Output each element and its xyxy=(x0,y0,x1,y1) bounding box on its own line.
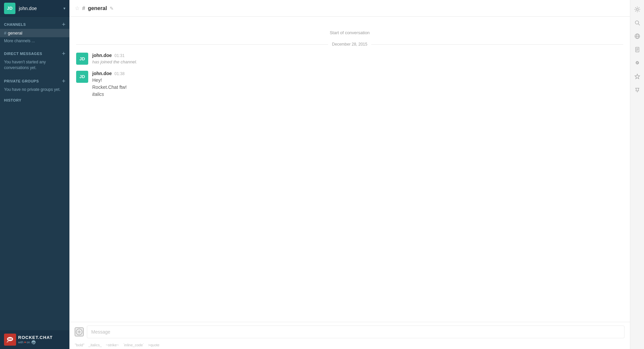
add-channel-button[interactable]: + xyxy=(62,21,65,27)
dm-title: DIRECT MESSAGES xyxy=(4,52,42,56)
format-italics-hint: _italics_ xyxy=(89,343,102,347)
sidebar-item-general[interactable]: # general xyxy=(0,29,69,37)
history-label[interactable]: HISTORY xyxy=(0,95,69,104)
star-icon[interactable] xyxy=(631,70,643,82)
svg-point-4 xyxy=(9,338,11,340)
message-text-rocket: Rocket.Chat ftw! xyxy=(92,84,623,91)
format-quote-hint: >quote xyxy=(148,343,159,347)
favorite-star-icon[interactable]: ☆ xyxy=(75,5,79,11)
user-menu[interactable]: JD john.doe ▾ xyxy=(0,0,69,17)
settings-icon[interactable] xyxy=(631,3,643,15)
file-icon[interactable] xyxy=(631,44,643,56)
hash-icon: # xyxy=(4,31,6,36)
github-icon: gh xyxy=(31,340,36,345)
main-content: ☆ # general ✎ Start of conversation Dece… xyxy=(69,0,630,349)
rocket-chat-name: ROCKET.CHAT with ♥ on gh xyxy=(18,335,53,345)
message-author: john.doe xyxy=(92,53,112,58)
right-sidebar xyxy=(630,0,644,349)
date-label: December 28, 2015 xyxy=(332,42,367,47)
attachment-button[interactable] xyxy=(75,328,84,336)
rocket-chat-logo: ROCKET.CHAT with ♥ on gh xyxy=(4,334,53,346)
attachment-icon xyxy=(75,328,83,336)
pin-icon[interactable] xyxy=(631,84,643,96)
add-group-button[interactable]: + xyxy=(62,78,65,84)
heart-icon: ♥ xyxy=(24,341,26,344)
avatar: JD xyxy=(76,53,88,65)
message-input[interactable] xyxy=(87,326,625,338)
message-row: JD john.doe 01:38 Hey! Rocket.Chat ftw! … xyxy=(69,68,630,101)
avatar: JD xyxy=(76,71,88,83)
channel-name-label: general xyxy=(8,31,22,36)
format-strike-hint: ~strike~ xyxy=(106,343,119,347)
groups-title: PRIVATE GROUPS xyxy=(4,79,39,83)
avatar: JD xyxy=(4,3,15,14)
message-meta: john.doe 01:38 xyxy=(92,71,623,76)
format-bold-hint: "bold" xyxy=(75,343,85,347)
chat-area: Start of conversation December 28, 2015 … xyxy=(69,17,630,322)
username-label: john.doe xyxy=(19,6,63,11)
svg-text:gh: gh xyxy=(32,341,36,344)
svg-point-5 xyxy=(11,338,12,340)
at-icon[interactable] xyxy=(631,57,643,69)
channel-hash-icon: # xyxy=(82,5,85,11)
message-text: has joined the channel. xyxy=(92,59,623,65)
channel-name-heading: general xyxy=(88,5,107,11)
date-divider-line-left xyxy=(76,44,328,45)
message-meta: john.doe 01:31 xyxy=(92,53,623,58)
date-divider: December 28, 2015 xyxy=(69,39,630,50)
rocket-chat-logo-icon xyxy=(4,334,16,346)
channel-header: ☆ # general ✎ xyxy=(69,0,630,17)
message-content: john.doe 01:31 has joined the channel. xyxy=(92,53,623,65)
more-channels-link[interactable]: More channels ... xyxy=(0,37,69,45)
message-time: 01:38 xyxy=(114,71,124,76)
channels-section: CHANNELS + # general More channels ... xyxy=(0,17,69,46)
svg-point-3 xyxy=(8,338,10,340)
chevron-down-icon: ▾ xyxy=(63,6,65,11)
private-groups-section: PRIVATE GROUPS + You have no private gro… xyxy=(0,73,69,95)
svg-point-11 xyxy=(636,8,638,10)
message-input-area xyxy=(69,322,630,342)
date-divider-line-right xyxy=(371,44,623,45)
message-time: 01:31 xyxy=(114,53,124,58)
channels-title: CHANNELS xyxy=(4,22,26,26)
format-hints-bar: "bold" _italics_ ~strike~ `inline_code` … xyxy=(69,342,630,349)
globe-icon[interactable] xyxy=(631,30,643,42)
edit-channel-icon[interactable]: ✎ xyxy=(110,6,114,11)
groups-empty-text: You have no private groups yet. xyxy=(0,85,69,94)
logo-sub-label: with ♥ on gh xyxy=(18,340,53,345)
message-content: john.doe 01:38 Hey! Rocket.Chat ftw! ita… xyxy=(92,71,623,98)
svg-marker-22 xyxy=(635,74,640,79)
add-dm-button[interactable]: + xyxy=(62,51,65,57)
start-of-conversation: Start of conversation xyxy=(69,23,630,39)
message-row: JD john.doe 01:31 has joined the channel… xyxy=(69,50,630,68)
groups-header: PRIVATE GROUPS + xyxy=(0,77,69,85)
message-text-hey: Hey! xyxy=(92,77,623,84)
sidebar-footer: ROCKET.CHAT with ♥ on gh xyxy=(0,330,69,349)
format-code-hint: `inline_code` xyxy=(123,343,144,347)
logo-name-label: ROCKET.CHAT xyxy=(18,335,53,340)
sidebar: JD john.doe ▾ CHANNELS + # general More … xyxy=(0,0,69,349)
search-icon[interactable] xyxy=(631,17,643,29)
message-text-italics: italics xyxy=(92,91,623,98)
svg-line-13 xyxy=(638,24,640,25)
dm-header: DIRECT MESSAGES + xyxy=(0,49,69,58)
dm-empty-text: You haven't started any conversations ye… xyxy=(0,58,69,72)
channels-header: CHANNELS + xyxy=(0,20,69,29)
message-author: john.doe xyxy=(92,71,112,76)
direct-messages-section: DIRECT MESSAGES + You haven't started an… xyxy=(0,46,69,73)
